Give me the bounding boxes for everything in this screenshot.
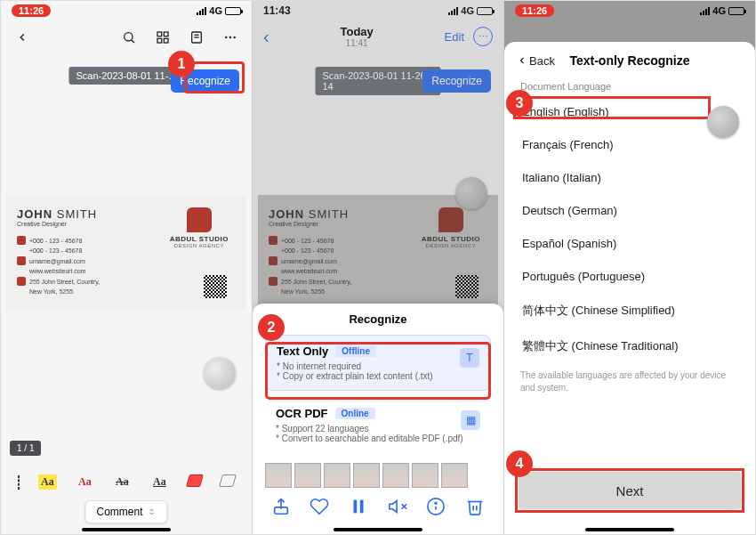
svg-rect-3: [164, 32, 168, 36]
thumb-item[interactable]: [412, 463, 438, 488]
comment-button[interactable]: Comment: [84, 500, 167, 523]
grid-icon[interactable]: [152, 27, 173, 48]
home-indicator: [82, 528, 171, 531]
svg-rect-14: [360, 500, 364, 514]
pin-icon: [17, 277, 26, 286]
info-icon[interactable]: [426, 497, 446, 516]
lang-item-german[interactable]: Deutsch (German): [511, 194, 748, 227]
back-icon[interactable]: ‹: [263, 27, 269, 47]
more-icon[interactable]: [220, 27, 241, 48]
text-red-tool[interactable]: Aa: [76, 474, 94, 490]
phone-icon: [17, 236, 26, 245]
status-bar: 11:26 4G: [504, 1, 755, 20]
chevron-left-icon: [517, 55, 527, 66]
lang-item-chinese-simplified[interactable]: 简体中文 (Chinese Simplified): [511, 293, 748, 328]
annotation-toolbar: Aa Aa Aa Aa: [1, 469, 252, 495]
svg-point-20: [436, 502, 438, 504]
assistive-touch[interactable]: [707, 106, 739, 138]
status-time: 11:26: [515, 4, 554, 17]
crop-tool[interactable]: [18, 476, 20, 489]
battery-icon: [225, 7, 241, 15]
network-label: 4G: [209, 5, 222, 16]
sort-icon: [148, 507, 157, 517]
doc-language-label: Document Language: [504, 76, 755, 95]
mute-icon[interactable]: [388, 497, 407, 516]
step4-highlight: [515, 468, 744, 513]
thumb-item[interactable]: [441, 463, 468, 488]
business-card-preview: JOHN SMITH Creative Designer +000 - 123 …: [6, 195, 246, 309]
share-icon[interactable]: [271, 497, 291, 516]
marker-tool[interactable]: [221, 474, 235, 490]
thumb-item[interactable]: [294, 463, 321, 488]
lang-item-chinese-traditional[interactable]: 繁體中文 (Chinese Traditional): [511, 328, 748, 364]
recognize-button[interactable]: Recognize: [422, 69, 491, 93]
topbar-title: Today 11:41: [340, 25, 373, 48]
assistive-touch[interactable]: [455, 177, 487, 209]
svg-point-9: [225, 36, 227, 38]
battery-icon: [728, 7, 744, 15]
network-label: 4G: [712, 5, 726, 16]
strikethrough-tool[interactable]: Aa: [113, 474, 132, 490]
thumb-item[interactable]: [265, 463, 292, 488]
step-badge-3: 3: [506, 90, 533, 117]
svg-point-10: [229, 36, 231, 38]
recognize-sheet: Recognize Text Only Offline * No interne…: [253, 304, 503, 534]
svg-marker-15: [390, 501, 397, 513]
status-bar: 11:26 4G: [1, 1, 252, 20]
signal-icon: [197, 7, 206, 15]
language-note: The available languages are affected by …: [504, 364, 755, 400]
highlight-tool[interactable]: Aa: [38, 474, 57, 490]
signal-icon: [700, 7, 710, 15]
sheet-title: Recognize: [253, 312, 503, 326]
pause-icon[interactable]: [349, 497, 368, 516]
thumb-item[interactable]: [353, 463, 380, 488]
svg-point-11: [233, 36, 235, 38]
svg-rect-5: [164, 38, 168, 43]
annotate-icon[interactable]: [186, 27, 207, 48]
step3-highlight: [513, 96, 711, 119]
svg-rect-4: [157, 38, 162, 43]
svg-rect-13: [354, 500, 358, 514]
page-indicator: 1 / 1: [10, 441, 41, 456]
step-badge-2: 2: [258, 314, 285, 341]
logo-icon: [187, 207, 212, 232]
scan-filename: Scan-2023-08-01 11-...: [68, 67, 183, 85]
network-label: 4G: [461, 5, 474, 16]
svg-line-1: [132, 40, 134, 43]
trash-icon[interactable]: [465, 497, 485, 516]
step-badge-4: 4: [506, 450, 533, 477]
home-indicator: [585, 528, 674, 531]
back-button[interactable]: Back: [517, 54, 555, 68]
option-ocr-pdf[interactable]: OCR PDF Online * Support 22 languages * …: [265, 398, 491, 452]
edit-button[interactable]: Edit: [445, 30, 464, 44]
svg-rect-2: [157, 32, 162, 36]
business-card-preview: JOHN SMITH Creative Designer +000 - 123 …: [258, 195, 498, 309]
step-badge-1: 1: [168, 51, 195, 77]
topbar: ‹ Today 11:41 Edit ⋯: [253, 20, 503, 53]
step2-highlight: [265, 342, 491, 400]
thumbnail-strip[interactable]: [253, 459, 503, 490]
status-right: 4G: [700, 5, 744, 16]
lang-item-portuguese[interactable]: Português (Portuguese): [511, 260, 748, 293]
topbar: [1, 20, 252, 54]
underline-tool[interactable]: Aa: [150, 474, 169, 490]
status-right: 4G: [448, 5, 493, 16]
status-time: 11:26: [12, 4, 51, 17]
lang-item-italian[interactable]: Italiano (Italian): [511, 161, 748, 194]
assistive-touch[interactable]: [204, 357, 236, 389]
thumb-item[interactable]: [382, 463, 409, 488]
heart-icon[interactable]: [310, 497, 329, 516]
lang-item-spanish[interactable]: Español (Spanish): [511, 227, 748, 260]
back-icon[interactable]: [12, 27, 33, 48]
qr-code: [204, 275, 227, 298]
thumb-item[interactable]: [324, 463, 350, 488]
status-right: 4G: [197, 5, 241, 16]
status-bar: 11:43 4G: [253, 1, 503, 20]
svg-point-0: [125, 33, 133, 41]
badge-online: Online: [335, 408, 375, 419]
home-indicator: [334, 528, 422, 531]
marker-red-tool[interactable]: [188, 474, 202, 490]
search-icon[interactable]: [118, 27, 140, 48]
battery-icon: [477, 7, 493, 15]
more-circle-icon[interactable]: ⋯: [473, 27, 493, 46]
